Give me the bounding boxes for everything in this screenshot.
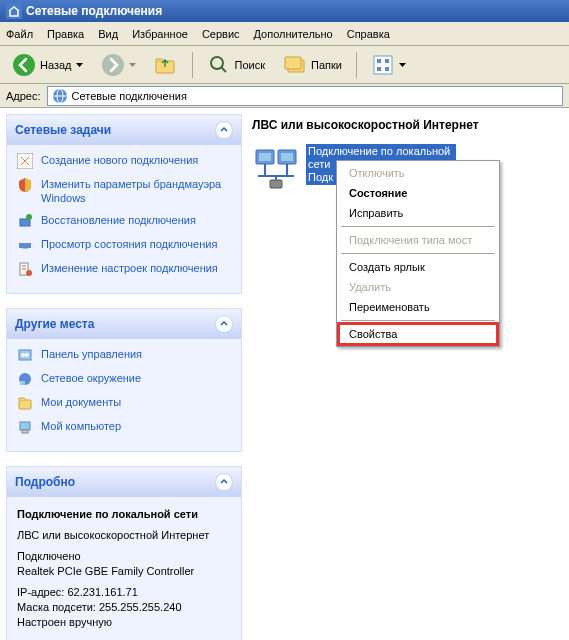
sidebar: Сетевые задачи Создание нового подключен…	[0, 108, 248, 640]
svg-rect-11	[377, 67, 381, 71]
svg-point-18	[26, 214, 32, 220]
svg-rect-7	[285, 57, 301, 69]
views-button[interactable]	[365, 49, 412, 81]
task-firewall[interactable]: Изменить параметры брандмауэра Windows	[17, 177, 231, 205]
window-icon	[6, 3, 22, 19]
svg-line-5	[221, 67, 226, 72]
task-new-connection[interactable]: Создание нового подключения	[17, 153, 231, 169]
network-places-icon	[17, 371, 33, 387]
svg-point-25	[21, 353, 25, 357]
status-icon	[17, 237, 33, 253]
details-mask: 255.255.255.240	[99, 601, 182, 613]
back-button[interactable]: Назад	[6, 49, 89, 81]
details-adapter: Realtek PCIe GBE Family Controller	[17, 564, 231, 579]
details-panel: Подробно Подключение по локальной сети Л…	[6, 466, 242, 640]
shield-icon	[17, 177, 33, 193]
folders-icon	[283, 53, 307, 77]
address-input[interactable]: Сетевые подключения	[47, 86, 563, 106]
toolbar: Назад Поиск Папки	[0, 46, 569, 84]
task-status[interactable]: Просмотр состояния подключения	[17, 237, 231, 253]
folder-up-icon	[154, 53, 178, 77]
up-button[interactable]	[148, 49, 184, 81]
svg-rect-20	[25, 243, 31, 248]
svg-point-1	[13, 54, 35, 76]
svg-rect-10	[385, 59, 389, 63]
svg-rect-31	[22, 430, 28, 433]
place-computer[interactable]: Мой компьютер	[17, 419, 231, 435]
svg-rect-39	[270, 180, 282, 188]
control-panel-icon	[17, 347, 33, 363]
svg-rect-19	[19, 243, 25, 248]
svg-rect-30	[20, 422, 30, 430]
views-icon	[371, 53, 395, 77]
dropdown-icon	[76, 63, 83, 67]
computer-icon	[17, 419, 33, 435]
menu-view[interactable]: Вид	[98, 28, 118, 40]
address-bar: Адрес: Сетевые подключения	[0, 84, 569, 108]
svg-rect-28	[20, 381, 25, 385]
window-titlebar: Сетевые подключения	[0, 0, 569, 22]
menu-rename[interactable]: Переименовать	[339, 297, 497, 317]
back-icon	[12, 53, 36, 77]
collapse-icon	[215, 473, 233, 491]
menu-repair[interactable]: Исправить	[339, 203, 497, 223]
menu-delete[interactable]: Удалить	[339, 277, 497, 297]
svg-point-2	[102, 54, 124, 76]
svg-rect-35	[281, 153, 293, 161]
address-label: Адрес:	[6, 90, 41, 102]
details-status: Подключено	[17, 549, 231, 564]
forward-button[interactable]	[95, 49, 142, 81]
collapse-icon	[215, 121, 233, 139]
network-icon	[52, 88, 68, 104]
details-panel-header[interactable]: Подробно	[7, 467, 241, 497]
svg-rect-34	[259, 153, 271, 161]
details-ip: 62.231.161.71	[67, 586, 137, 598]
details-mode: Настроен вручную	[17, 615, 231, 630]
collapse-icon	[215, 315, 233, 333]
context-menu: Отключить Состояние Исправить Подключени…	[336, 160, 500, 347]
window-title: Сетевые подключения	[26, 4, 162, 18]
svg-rect-9	[377, 59, 381, 63]
tasks-panel: Сетевые задачи Создание нового подключен…	[6, 114, 242, 294]
menubar: Файл Правка Вид Избранное Сервис Дополни…	[0, 22, 569, 46]
svg-rect-17	[20, 219, 30, 226]
wizard-icon	[17, 153, 33, 169]
menu-properties[interactable]: Свойства	[339, 324, 497, 344]
search-icon	[207, 53, 231, 77]
places-panel-header[interactable]: Другие места	[7, 309, 241, 339]
place-control-panel[interactable]: Панель управления	[17, 347, 231, 363]
section-header: ЛВС или высокоскоростной Интернет	[252, 118, 565, 132]
dropdown-icon	[129, 63, 136, 67]
place-network[interactable]: Сетевое окружение	[17, 371, 231, 387]
settings-icon	[17, 261, 33, 277]
menu-advanced[interactable]: Дополнительно	[254, 28, 333, 40]
svg-rect-29	[19, 400, 31, 409]
forward-icon	[101, 53, 125, 77]
place-documents[interactable]: Мои документы	[17, 395, 231, 411]
lan-connection-icon	[252, 144, 300, 192]
menu-help[interactable]: Справка	[347, 28, 390, 40]
svg-point-26	[25, 353, 29, 357]
menu-favorites[interactable]: Избранное	[132, 28, 188, 40]
menu-edit[interactable]: Правка	[47, 28, 84, 40]
repair-icon	[17, 213, 33, 229]
dropdown-icon	[399, 63, 406, 67]
svg-rect-12	[385, 67, 389, 71]
task-repair[interactable]: Восстановление подключения	[17, 213, 231, 229]
search-button[interactable]: Поиск	[201, 49, 271, 81]
menu-bridge[interactable]: Подключения типа мост	[339, 230, 497, 250]
menu-file[interactable]: Файл	[6, 28, 33, 40]
menu-service[interactable]: Сервис	[202, 28, 240, 40]
folder-icon	[17, 395, 33, 411]
menu-disable[interactable]: Отключить	[339, 163, 497, 183]
details-name: Подключение по локальной сети	[17, 507, 231, 522]
folders-button[interactable]: Папки	[277, 49, 348, 81]
svg-rect-8	[374, 56, 392, 74]
svg-point-23	[26, 270, 32, 276]
task-settings[interactable]: Изменение настроек подключения	[17, 261, 231, 277]
menu-shortcut[interactable]: Создать ярлык	[339, 257, 497, 277]
places-panel: Другие места Панель управления Сетевое о…	[6, 308, 242, 452]
details-type: ЛВС или высокоскоростной Интернет	[17, 528, 231, 543]
menu-status[interactable]: Состояние	[339, 183, 497, 203]
tasks-panel-header[interactable]: Сетевые задачи	[7, 115, 241, 145]
